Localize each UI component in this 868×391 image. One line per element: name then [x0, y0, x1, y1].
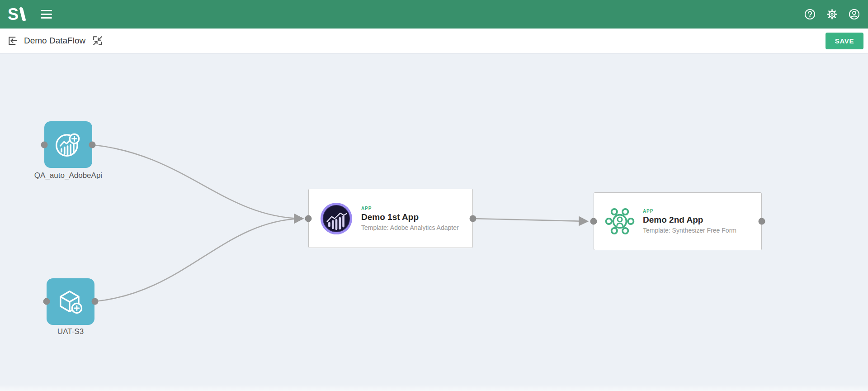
app-node-demo-1st-app[interactable]: APP Demo 1st App Template: Adobe Analyti…	[308, 189, 473, 248]
app-node-title: Demo 1st App	[361, 212, 459, 222]
source-node-label: QA_auto_AdobeApi	[19, 171, 118, 180]
settings-gear-icon[interactable]	[826, 8, 838, 20]
fit-to-screen-icon[interactable]	[91, 34, 104, 47]
app-node-title: Demo 2nd App	[643, 215, 736, 225]
analytics-add-icon	[53, 130, 83, 160]
dataflow-canvas[interactable]: QA_auto_AdobeApi UAT-S3	[0, 53, 868, 391]
app-type-badge: APP	[361, 206, 459, 211]
brand-logo[interactable]: S	[8, 6, 24, 23]
connector-wire[interactable]	[92, 145, 301, 219]
dataflow-title: Demo DataFlow	[24, 36, 85, 46]
app-node-template: Template: Synthesizer Free Form	[643, 227, 736, 234]
account-icon[interactable]	[848, 8, 860, 20]
toolbar: Demo DataFlow SAVE	[0, 29, 868, 53]
connector-wire[interactable]	[95, 219, 301, 301]
app-root: S	[0, 0, 868, 391]
synthesizer-network-icon	[605, 206, 635, 236]
app-node-text: APP Demo 2nd App Template: Synthesizer F…	[643, 209, 736, 234]
cube-add-icon	[56, 287, 85, 317]
source-node-label: UAT-S3	[21, 327, 120, 336]
help-icon[interactable]	[804, 8, 816, 20]
connector-wire[interactable]	[473, 219, 586, 221]
logo-letter: S	[8, 6, 19, 23]
hamburger-menu-icon[interactable]	[39, 8, 54, 20]
source-node-qa-auto-adobeapi[interactable]	[44, 121, 92, 168]
top-bar: S	[0, 0, 868, 29]
app-type-badge: APP	[643, 209, 736, 214]
save-button[interactable]: SAVE	[826, 33, 863, 49]
back-exit-icon[interactable]	[6, 34, 19, 47]
topbar-actions	[804, 8, 860, 20]
source-node-uat-s3[interactable]	[47, 278, 94, 325]
app-node-demo-2nd-app[interactable]: APP Demo 2nd App Template: Synthesizer F…	[594, 192, 762, 250]
app-node-template: Template: Adobe Analytics Adapter	[361, 224, 459, 231]
app-node-text: APP Demo 1st App Template: Adobe Analyti…	[361, 206, 459, 231]
adobe-analytics-icon	[320, 202, 353, 235]
logo-slash-mark	[19, 7, 26, 21]
